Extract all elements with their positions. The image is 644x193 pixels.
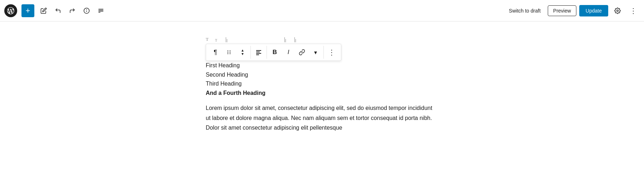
toolbar-right: Switch to draft Preview Update ⋮	[504, 4, 640, 17]
svg-point-9	[230, 50, 230, 51]
svg-rect-17	[256, 54, 259, 55]
tick-2	[227, 39, 227, 42]
tick-6	[296, 39, 296, 42]
svg-point-11	[230, 52, 230, 53]
format-group: B I ▾	[267, 46, 323, 59]
settings-button[interactable]	[611, 4, 624, 17]
svg-point-13	[230, 53, 230, 54]
svg-point-12	[228, 53, 228, 54]
more-options-button[interactable]: ⋮	[627, 4, 640, 17]
heading-first[interactable]: First Heading	[206, 61, 438, 70]
wp-logo[interactable]	[4, 4, 17, 17]
preview-button[interactable]: Preview	[548, 5, 576, 16]
block-toolbar: ¶ ▲ ▼	[206, 44, 341, 61]
move-up-down-button[interactable]: ▲ ▼	[236, 46, 249, 59]
drag-handle-button[interactable]	[223, 46, 235, 59]
tick-3	[284, 37, 285, 42]
drag-handles-area: T T	[206, 36, 438, 42]
svg-point-10	[228, 52, 228, 53]
drag-indicator-t2: T	[215, 38, 217, 42]
italic-button[interactable]: I	[282, 46, 295, 59]
tick-5	[294, 37, 295, 42]
format-dropdown-button[interactable]: ▾	[309, 46, 322, 59]
top-bar: +	[0, 0, 644, 21]
heading-third[interactable]: Third Heading	[206, 79, 438, 88]
block-type-button[interactable]: ¶	[209, 46, 222, 59]
block-type-group: ¶ ▲ ▼	[208, 46, 250, 59]
main-content: T T ¶	[0, 21, 644, 193]
link-button[interactable]	[296, 46, 308, 59]
tick-4	[286, 39, 286, 42]
editor-content[interactable]: First Heading Second Heading Third Headi…	[206, 61, 438, 132]
more-group: ⋮	[323, 46, 340, 59]
switch-to-draft-button[interactable]: Switch to draft	[504, 6, 545, 16]
list-view-button[interactable]	[94, 4, 107, 17]
bold-button[interactable]: B	[268, 46, 281, 59]
svg-rect-16	[256, 53, 261, 54]
heading-fourth[interactable]: And a Fourth Heading	[206, 88, 438, 98]
editor-area: T T ¶	[206, 36, 438, 179]
info-button[interactable]	[80, 4, 93, 17]
align-button[interactable]	[252, 46, 265, 59]
svg-point-8	[228, 50, 228, 51]
block-more-button[interactable]: ⋮	[325, 46, 338, 59]
paragraph-icon: ¶	[214, 49, 217, 56]
toolbar-left: +	[21, 4, 107, 17]
svg-rect-14	[256, 50, 261, 51]
svg-point-7	[617, 10, 619, 11]
update-button[interactable]: Update	[579, 5, 608, 16]
undo-button[interactable]	[52, 4, 64, 17]
redo-button[interactable]	[66, 4, 79, 17]
heading-second[interactable]: Second Heading	[206, 70, 438, 79]
paragraph-content[interactable]: Lorem ipsum dolor sit amet, consectetur …	[206, 103, 438, 132]
arrow-stack: ▲ ▼	[241, 49, 244, 56]
edit-tool-button[interactable]	[37, 4, 50, 17]
tick-1	[226, 37, 226, 42]
add-block-button[interactable]: +	[21, 4, 34, 17]
alignment-group	[250, 46, 267, 59]
svg-rect-15	[256, 52, 260, 52]
drag-indicator-t1: T	[206, 37, 209, 42]
